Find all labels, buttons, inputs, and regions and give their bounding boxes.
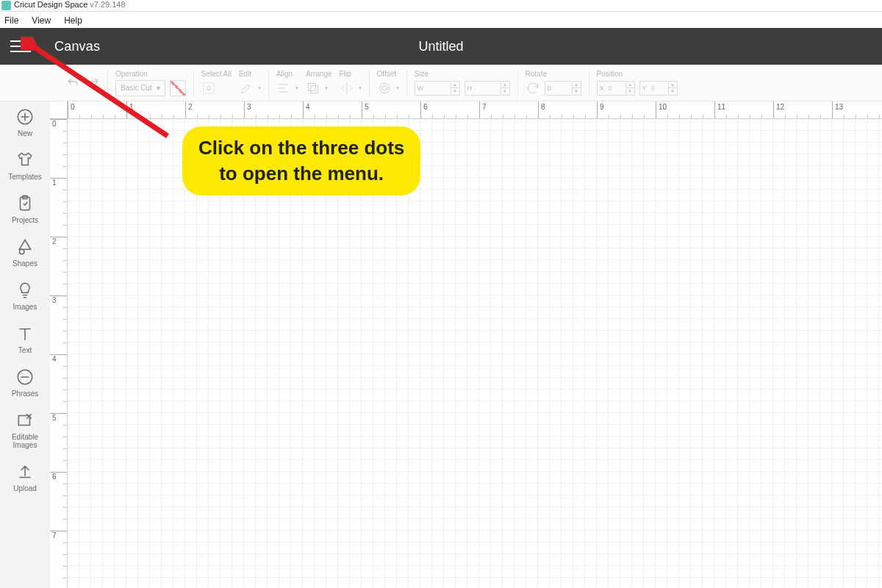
edit-icon[interactable] [239, 81, 254, 96]
app-logo-icon [1, 1, 11, 10]
sidebar-item-images[interactable]: Images [13, 281, 37, 311]
svg-point-9 [19, 249, 24, 254]
chevron-down-icon: ▾ [258, 85, 261, 91]
chat-icon [15, 368, 35, 387]
ruler-tick: 8 [538, 101, 545, 118]
workspace: New Templates Projects Shapes Images Tex… [0, 101, 882, 588]
ruler-tick: 1 [126, 101, 134, 118]
sidebar-item-new[interactable]: New [15, 107, 35, 137]
app-name: Cricut Design Space [14, 0, 87, 9]
offset-label: Offset [377, 70, 399, 79]
ruler-tick: 4 [303, 101, 310, 118]
sidebar-item-upload[interactable]: Upload [13, 462, 37, 492]
ruler-tick: 10 [656, 101, 667, 118]
svg-point-5 [381, 85, 387, 90]
vertical-ruler: 01234567 [50, 119, 68, 588]
ruler-tick: 7 [50, 531, 67, 539]
sidebar-item-text[interactable]: Text [15, 324, 35, 354]
arrange-icon[interactable] [306, 81, 320, 96]
operation-select[interactable]: Basic Cut ▾ [115, 80, 165, 96]
redo-icon[interactable] [87, 76, 100, 90]
ruler-tick: 9 [597, 101, 604, 118]
ruler-tick: 2 [185, 101, 193, 118]
canvas-area[interactable]: 012345678910111213 01234567 [50, 101, 882, 588]
horizontal-ruler: 012345678910111213 [68, 101, 882, 119]
svg-rect-0 [203, 82, 214, 93]
rotate-input[interactable]: 0▲▼ [545, 81, 581, 96]
sidebar-item-templates[interactable]: Templates [8, 151, 42, 181]
ruler-tick: 5 [362, 101, 369, 118]
menu-file[interactable]: File [4, 15, 18, 26]
chevron-down-icon: ▾ [295, 85, 298, 91]
section-title: Canvas [54, 39, 100, 54]
app-version: v7.29.148 [90, 0, 125, 9]
svg-rect-3 [311, 85, 318, 93]
ruler-tick: 13 [832, 101, 843, 118]
sidebar-item-phrases[interactable]: Phrases [12, 368, 39, 398]
edit-image-icon [15, 411, 35, 430]
undo-icon[interactable] [66, 76, 79, 90]
toolbar-divider [107, 70, 108, 96]
ruler-tick: 1 [50, 178, 67, 187]
left-sidebar: New Templates Projects Shapes Images Tex… [0, 101, 50, 588]
upload-icon [15, 462, 35, 481]
edit-label: Edit [239, 70, 261, 79]
sidebar-item-editable-images[interactable]: Editable Images [7, 411, 43, 449]
chevron-down-icon: ▾ [396, 85, 399, 91]
flip-label: Flip [340, 70, 362, 79]
chevron-down-icon: ▾ [157, 84, 160, 92]
chevron-down-icon: ▾ [359, 85, 362, 91]
ruler-tick: 3 [244, 101, 251, 118]
height-input[interactable]: H▲▼ [465, 81, 510, 96]
svg-rect-2 [308, 83, 315, 90]
tshirt-icon [15, 151, 35, 170]
menu-help[interactable]: Help [64, 15, 82, 26]
arrange-label: Arrange [306, 70, 332, 79]
flip-icon[interactable] [340, 81, 354, 96]
sidebar-item-projects[interactable]: Projects [12, 194, 38, 224]
align-icon[interactable] [276, 81, 291, 96]
operation-group: Operation Basic Cut ▾ [115, 70, 186, 96]
hamburger-menu-icon[interactable] [10, 38, 29, 54]
ruler-tick: 7 [479, 101, 487, 118]
ruler-tick: 5 [50, 413, 67, 422]
svg-point-1 [207, 86, 210, 90]
plus-circle-icon [15, 107, 35, 126]
canvas-header: Canvas Untitled [0, 28, 882, 65]
clipboard-icon [15, 194, 35, 213]
align-label: Align [276, 70, 298, 79]
width-input[interactable]: W▲▼ [415, 81, 460, 96]
ruler-tick: 3 [50, 295, 67, 304]
ruler-tick: 0 [68, 101, 75, 118]
select-all-label: Select All [201, 70, 232, 79]
rotate-icon[interactable] [526, 81, 540, 96]
pos-x-input[interactable]: X0▲▼ [597, 81, 635, 96]
chevron-down-icon: ▾ [325, 85, 328, 91]
offset-icon[interactable] [377, 81, 392, 96]
material-color-swatch[interactable] [170, 80, 186, 96]
select-all-icon[interactable] [201, 81, 216, 96]
canvas-grid[interactable] [68, 119, 882, 588]
position-label: Position [597, 70, 678, 79]
lightbulb-icon [15, 281, 35, 300]
app-menubar: File View Help [0, 12, 882, 28]
ruler-tick: 6 [420, 101, 428, 118]
svg-point-4 [379, 83, 389, 93]
size-label: Size [415, 70, 510, 79]
pos-y-input[interactable]: Y0▲▼ [639, 81, 678, 96]
ruler-tick: 4 [50, 354, 67, 363]
options-toolbar: Operation Basic Cut ▾ Select All Edit ▾ … [0, 65, 882, 101]
window-titlebar: Cricut Design Space v7.29.148 [0, 0, 882, 12]
ruler-tick: 0 [50, 119, 67, 128]
ruler-tick: 2 [50, 237, 67, 245]
ruler-tick: 12 [773, 101, 784, 118]
ruler-tick: 6 [50, 472, 67, 481]
rotate-label: Rotate [526, 70, 581, 79]
menu-view[interactable]: View [32, 15, 51, 26]
ruler-corner [50, 101, 68, 119]
shapes-icon [15, 237, 35, 257]
operation-label: Operation [115, 70, 186, 79]
sidebar-item-shapes[interactable]: Shapes [12, 237, 37, 268]
document-title: Untitled [0, 39, 882, 54]
text-icon [15, 324, 35, 343]
